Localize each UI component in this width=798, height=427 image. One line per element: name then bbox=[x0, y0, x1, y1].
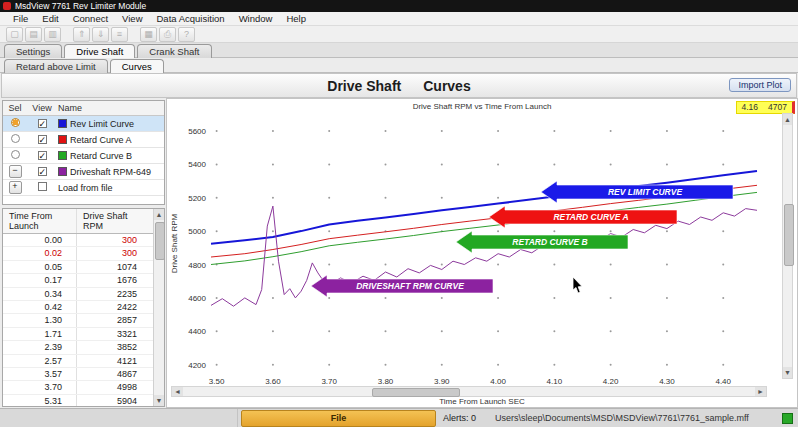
rpm-cell[interactable]: 5904 bbox=[77, 395, 153, 407]
time-cell[interactable]: 0.34 bbox=[3, 288, 77, 300]
rpm-cell[interactable]: 300 bbox=[77, 247, 153, 259]
data-table-scrollbar[interactable]: ▲ ▼ bbox=[153, 209, 164, 406]
time-cell[interactable]: 2.57 bbox=[3, 355, 77, 367]
table-row[interactable]: 0.422422 bbox=[3, 301, 164, 314]
sel-cell bbox=[3, 150, 27, 161]
time-cell[interactable]: 0.05 bbox=[3, 261, 77, 273]
rpm-cell[interactable]: 3321 bbox=[77, 328, 153, 340]
scroll-up-icon[interactable]: ▲ bbox=[783, 114, 792, 125]
time-cell[interactable]: 5.31 bbox=[3, 395, 77, 407]
time-cell[interactable]: 0.00 bbox=[3, 234, 77, 246]
y-tick-label: 5200 bbox=[188, 194, 206, 203]
curve-list-row[interactable]: ✓Retard Curve A bbox=[3, 132, 164, 148]
menu-window[interactable]: Window bbox=[232, 13, 280, 24]
time-cell[interactable]: 0.02 bbox=[3, 247, 77, 259]
menu-file[interactable]: File bbox=[6, 13, 35, 24]
rpm-cell[interactable]: 4867 bbox=[77, 368, 153, 380]
scroll-up-icon[interactable]: ▲ bbox=[154, 209, 164, 220]
curve-list-row[interactable]: ✓Rev Limit Curve bbox=[3, 116, 164, 132]
x-tick-label: 4.30 bbox=[659, 377, 675, 386]
menu-data-acquisition[interactable]: Data Acquisition bbox=[150, 13, 232, 24]
scroll-down-icon[interactable]: ▼ bbox=[783, 367, 792, 378]
tab-drive-shaft[interactable]: Drive Shaft bbox=[64, 44, 135, 58]
chart-vertical-scrollbar[interactable]: ▲ ▼ bbox=[782, 113, 793, 379]
curve-select-radio[interactable] bbox=[11, 134, 20, 143]
rpm-cell[interactable]: 2857 bbox=[77, 314, 153, 326]
time-cell[interactable]: 3.57 bbox=[3, 368, 77, 380]
help-icon[interactable]: ? bbox=[178, 27, 195, 42]
scroll-right-icon[interactable]: ► bbox=[755, 387, 766, 396]
rpm-cell[interactable]: 2235 bbox=[77, 288, 153, 300]
subtab-retard-above-limit[interactable]: Retard above Limit bbox=[4, 59, 108, 73]
menu-edit[interactable]: Edit bbox=[35, 13, 65, 24]
menu-view[interactable]: View bbox=[115, 13, 149, 24]
table-row[interactable]: 0.051074 bbox=[3, 261, 164, 274]
tab-crank-shaft[interactable]: Crank Shaft bbox=[137, 44, 211, 58]
scroll-left-icon[interactable]: ◄ bbox=[172, 387, 183, 396]
table-row[interactable]: 1.302857 bbox=[3, 314, 164, 327]
rpm-cell[interactable]: 4998 bbox=[77, 381, 153, 393]
table-row[interactable]: 3.704998 bbox=[3, 381, 164, 394]
tab-settings[interactable]: Settings bbox=[4, 44, 62, 58]
rpm-cell[interactable]: 3852 bbox=[77, 341, 153, 353]
grid-dot bbox=[216, 330, 218, 332]
y-axis-label: Drive Shaft RPM bbox=[170, 199, 179, 289]
import-plot-button[interactable]: Import Plot bbox=[729, 78, 791, 92]
table-row[interactable]: 2.574121 bbox=[3, 355, 164, 368]
curve-list-header: SelViewName bbox=[3, 101, 164, 116]
monitor-icon[interactable]: ▦ bbox=[140, 27, 157, 42]
rpm-cell[interactable]: 1676 bbox=[77, 274, 153, 286]
curve-list-row[interactable]: ✓Retard Curve B bbox=[3, 148, 164, 164]
rpm-cell[interactable]: 1074 bbox=[77, 261, 153, 273]
time-cell[interactable]: 2.39 bbox=[3, 341, 77, 353]
status-file-segment[interactable]: File bbox=[241, 410, 436, 427]
rpm-cell[interactable]: 2422 bbox=[77, 301, 153, 313]
time-cell[interactable]: 1.71 bbox=[3, 328, 77, 340]
table-row[interactable]: 0.00300 bbox=[3, 234, 164, 247]
chart-area[interactable]: Drive Shaft RPM vs Time From Launch 4.16… bbox=[166, 98, 798, 408]
save-file-icon[interactable]: ▥ bbox=[44, 27, 61, 42]
verify-icon[interactable]: ≡ bbox=[111, 27, 128, 42]
curve-visible-checkbox[interactable]: ✓ bbox=[38, 119, 47, 128]
subtab-curves[interactable]: Curves bbox=[110, 59, 164, 73]
scrollbar-thumb[interactable] bbox=[155, 222, 165, 260]
rpm-cell[interactable]: 4121 bbox=[77, 355, 153, 367]
time-cell[interactable]: 1.30 bbox=[3, 314, 77, 326]
new-file-icon[interactable]: ▢ bbox=[6, 27, 23, 42]
grid-dot bbox=[441, 264, 443, 266]
curve-select-radio[interactable] bbox=[11, 118, 20, 127]
curve-list-row[interactable]: −✓Driveshaft RPM-649 bbox=[3, 164, 164, 180]
chart-plot[interactable]: 3.503.603.703.803.904.004.104.204.304.40… bbox=[167, 99, 798, 409]
time-cell[interactable]: 3.70 bbox=[3, 381, 77, 393]
menu-help[interactable]: Help bbox=[279, 13, 313, 24]
table-row[interactable]: 0.02300 bbox=[3, 247, 164, 260]
table-row[interactable]: 2.393852 bbox=[3, 341, 164, 354]
menu-connect[interactable]: Connect bbox=[66, 13, 115, 24]
open-file-icon[interactable]: ▤ bbox=[25, 27, 42, 42]
grid-dot bbox=[666, 130, 668, 132]
table-row[interactable]: 3.574867 bbox=[3, 368, 164, 381]
rpm-cell[interactable]: 300 bbox=[77, 234, 153, 246]
curve-select-radio[interactable] bbox=[11, 150, 20, 159]
table-row[interactable]: 0.342235 bbox=[3, 288, 164, 301]
table-row[interactable]: 0.171676 bbox=[3, 274, 164, 287]
table-row[interactable]: 1.713321 bbox=[3, 328, 164, 341]
chart-horizontal-scrollbar[interactable]: ◄ ► bbox=[171, 386, 767, 397]
curve-visible-checkbox[interactable] bbox=[38, 182, 47, 191]
scrollbar-thumb[interactable] bbox=[372, 388, 460, 397]
page-tab-strip: Retard above LimitCurves bbox=[0, 58, 798, 73]
time-cell[interactable]: 0.42 bbox=[3, 301, 77, 313]
download-device-icon[interactable]: ⇓ bbox=[92, 27, 109, 42]
time-cell[interactable]: 0.17 bbox=[3, 274, 77, 286]
curve-visible-checkbox[interactable]: ✓ bbox=[38, 167, 47, 176]
table-row[interactable]: 5.315904 bbox=[3, 395, 164, 407]
curve-visible-checkbox[interactable]: ✓ bbox=[38, 151, 47, 160]
curve-visible-checkbox[interactable]: ✓ bbox=[38, 135, 47, 144]
scrollbar-thumb[interactable] bbox=[784, 204, 794, 266]
scroll-down-icon[interactable]: ▼ bbox=[154, 395, 164, 406]
print-icon[interactable]: ⎙ bbox=[159, 27, 176, 42]
add-curve-button[interactable]: + bbox=[9, 181, 22, 194]
curve-list-row[interactable]: +Load from file bbox=[3, 180, 164, 196]
remove-curve-button[interactable]: − bbox=[9, 165, 22, 178]
upload-device-icon[interactable]: ⇑ bbox=[73, 27, 90, 42]
